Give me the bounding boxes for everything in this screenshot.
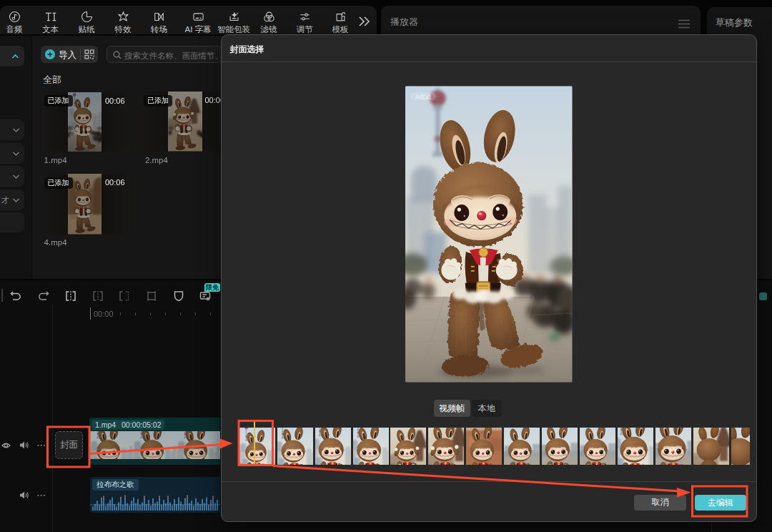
svg-text:AI生成: AI生成 <box>415 94 432 100</box>
